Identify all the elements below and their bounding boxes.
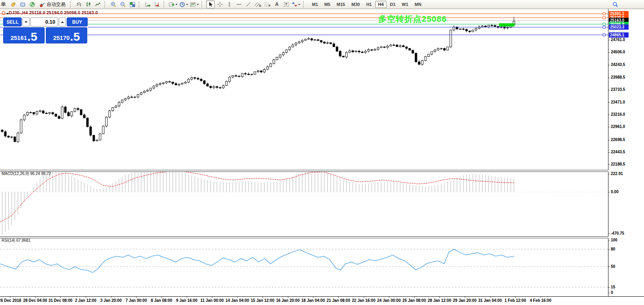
- macd-indicator-chart[interactable]: [0, 171, 608, 236]
- vertical-line-tool-button[interactable]: [225, 0, 234, 8]
- time-axis-label: 18 Jan 04:00: [301, 298, 325, 303]
- time-axis-tickmark: [35, 297, 36, 298]
- bar-chart-icon: [76, 2, 82, 7]
- timeframe-h1-button[interactable]: H1: [363, 1, 374, 8]
- market-watch-icon: [20, 2, 26, 8]
- text-label-icon: T: [284, 2, 289, 7]
- time-axis-label: 31 Jan 04:00: [478, 298, 502, 303]
- crosshair-tool-button[interactable]: [216, 0, 224, 8]
- time-axis-tickmark: [465, 297, 465, 298]
- arrows-dropdown-caret: [298, 4, 300, 6]
- text-label-tool-button[interactable]: T: [282, 0, 291, 8]
- indicators-button[interactable]: [168, 0, 178, 8]
- timeframe-d1-button[interactable]: D1: [387, 1, 398, 8]
- time-axis-label: 15 Jan 12:00: [251, 298, 274, 303]
- rsi-indicator-chart[interactable]: [0, 237, 608, 296]
- market-watch-button[interactable]: [18, 0, 27, 8]
- price-axis-label: 80: [611, 247, 615, 251]
- price-axis-label: 22961.0: [611, 124, 625, 129]
- volume-decrease-button[interactable]: [23, 17, 30, 26]
- sell-price-box[interactable]: 25161.5: [3, 27, 45, 43]
- price-axis-label: 23733.5: [611, 87, 625, 92]
- cursor-icon: [208, 2, 213, 7]
- buy-price-box[interactable]: 25170.5: [46, 27, 87, 43]
- channel-tool-button[interactable]: E: [253, 0, 262, 8]
- time-axis: 26 Dec 201828 Dec 04:0031 Dec 08:002 Jan…: [0, 296, 644, 305]
- time-axis-label: 26 Dec 2018: [0, 298, 21, 303]
- trendline-icon: [246, 2, 251, 7]
- price-axis: 24761.024506.024243.523988.523733.523471…: [608, 9, 644, 296]
- chart-symbol-icon: [2, 11, 9, 15]
- search-button[interactable]: [611, 0, 620, 8]
- timeframe-m5-button[interactable]: M5: [321, 1, 333, 8]
- buy-button[interactable]: BUY: [67, 17, 88, 26]
- candlestick-button[interactable]: [84, 0, 93, 8]
- arrows-tool-button[interactable]: [291, 0, 301, 8]
- chevron-down-icon: [24, 21, 28, 24]
- trendline-tool-button[interactable]: [244, 0, 253, 8]
- price-level-tag: 24865.1: [609, 32, 629, 38]
- buy-price-pips: .5: [70, 32, 80, 42]
- chart-ohlc-title: DJ30-,H4 25118.0 25194.0 25098.0 25163.0: [9, 10, 98, 15]
- sell-price-pips: .5: [27, 32, 37, 42]
- timeframe-w1-button[interactable]: W1: [399, 1, 411, 8]
- main-price-chart[interactable]: [0, 9, 608, 170]
- menu-item[interactable]: 单: [1, 1, 6, 8]
- signals-icon: [29, 2, 35, 8]
- price-axis-label: 24506.0: [611, 50, 625, 54]
- toolbar-separator: [104, 1, 107, 8]
- volume-input[interactable]: [30, 17, 58, 26]
- line-chart-button[interactable]: [94, 0, 102, 8]
- new-order-button[interactable]: [9, 0, 17, 8]
- toolbar-separator: [139, 1, 141, 8]
- time-axis-tickmark: [136, 297, 137, 298]
- zoom-in-button[interactable]: [109, 0, 118, 8]
- volume-increase-button[interactable]: [59, 17, 66, 26]
- time-axis-tickmark: [10, 297, 10, 298]
- autotrading-label: 自动交易: [47, 1, 66, 8]
- timeframe-m15-button[interactable]: M15: [334, 1, 348, 8]
- time-axis-tickmark: [389, 297, 389, 298]
- rsi-splitter[interactable]: [0, 236, 608, 238]
- price-axis-label: 15: [611, 285, 615, 289]
- sell-button[interactable]: SELL: [3, 17, 22, 26]
- timeframe-h4-button[interactable]: H4: [375, 1, 386, 8]
- signals-button[interactable]: [28, 0, 36, 8]
- templates-button[interactable]: [190, 0, 199, 8]
- sell-price-main: 25161: [11, 34, 27, 42]
- timeframe-m30-button[interactable]: M30: [349, 1, 362, 8]
- timeframe-m1-button[interactable]: M1: [309, 1, 321, 8]
- time-axis-tickmark: [263, 297, 263, 298]
- cursor-tool-button[interactable]: [206, 0, 215, 8]
- text-tool-button[interactable]: A: [272, 0, 281, 8]
- zoom-out-button[interactable]: [118, 0, 127, 8]
- horizontal-line-tool-button[interactable]: [235, 0, 243, 8]
- chart-shift-button[interactable]: [153, 0, 161, 8]
- time-axis-tickmark: [364, 297, 364, 298]
- macd-splitter[interactable]: [0, 170, 608, 172]
- auto-scroll-button[interactable]: [143, 0, 152, 8]
- indicators-dropdown-caret: [175, 4, 178, 6]
- templates-icon: [190, 2, 196, 8]
- main-toolbar: 单 自动交易: [0, 0, 644, 9]
- horizontal-line-icon: [236, 2, 242, 7]
- price-axis-label: 23988.5: [611, 75, 625, 79]
- time-axis-tickmark: [161, 297, 162, 298]
- tile-windows-icon: [130, 2, 135, 8]
- time-axis-tickmark: [60, 297, 61, 298]
- time-axis-label: 3 Jan 20:00: [100, 298, 122, 303]
- arrows-icon: [292, 2, 297, 7]
- fibonacci-tool-button[interactable]: F: [263, 0, 272, 8]
- price-axis-label: 50: [611, 264, 615, 269]
- vertical-line-icon: [227, 2, 232, 7]
- timeframe-mn-button[interactable]: MN: [412, 1, 424, 8]
- templates-dropdown-caret: [197, 4, 199, 6]
- autotrading-button[interactable]: 自动交易: [37, 0, 68, 8]
- time-axis-tickmark: [237, 297, 238, 298]
- time-axis-tickmark: [187, 297, 187, 298]
- bar-chart-button[interactable]: [75, 0, 83, 8]
- periods-button[interactable]: [179, 0, 189, 8]
- time-axis-label: 25 Jan 08:00: [402, 298, 426, 303]
- tile-windows-button[interactable]: [128, 0, 137, 8]
- toolbar-separator: [163, 1, 166, 8]
